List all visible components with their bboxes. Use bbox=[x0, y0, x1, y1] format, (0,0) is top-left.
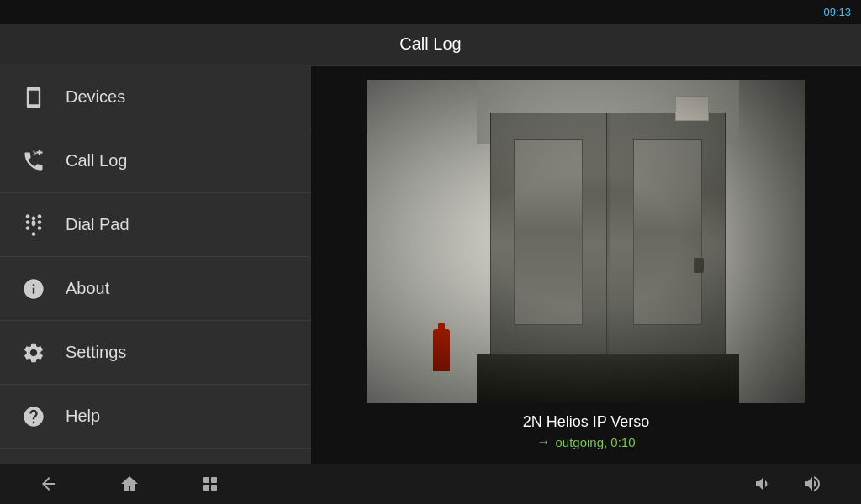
status-bar: 09:13 bbox=[0, 0, 861, 24]
smartphone-icon bbox=[17, 81, 50, 114]
camera-feed[interactable] bbox=[367, 80, 805, 403]
header-title: Call Log bbox=[399, 34, 461, 54]
svg-rect-3 bbox=[211, 477, 217, 483]
help-icon bbox=[17, 400, 50, 433]
sidebar-label-settings: Settings bbox=[66, 343, 126, 362]
sidebar: Devices Call Log Dial Pad About bbox=[0, 24, 311, 464]
volume-up-button[interactable] bbox=[797, 469, 827, 499]
bottom-bar bbox=[0, 464, 861, 504]
call-arrow-icon: → bbox=[536, 434, 550, 449]
sidebar-label-about: About bbox=[66, 279, 109, 298]
svg-rect-5 bbox=[211, 485, 217, 491]
system-nav-group bbox=[34, 469, 225, 499]
device-info: 2N Helios IP Verso → outgoing, 0:10 bbox=[523, 413, 650, 449]
sidebar-item-about[interactable]: About bbox=[0, 257, 311, 321]
svg-rect-4 bbox=[203, 485, 209, 491]
info-icon bbox=[17, 272, 50, 306]
main-content: 2N Helios IP Verso → outgoing, 0:10 bbox=[311, 66, 861, 464]
svg-rect-2 bbox=[203, 477, 209, 483]
sidebar-label-calllog: Call Log bbox=[66, 151, 127, 171]
settings-icon bbox=[17, 336, 50, 370]
sidebar-item-help[interactable]: Help bbox=[0, 385, 311, 449]
device-name: 2N Helios IP Verso bbox=[523, 413, 650, 431]
home-button[interactable] bbox=[114, 469, 145, 499]
sidebar-item-devices[interactable]: Devices bbox=[0, 66, 311, 129]
status-time: 09:13 bbox=[823, 6, 851, 18]
call-status: → outgoing, 0:10 bbox=[523, 434, 650, 449]
sidebar-label-dialpad: Dial Pad bbox=[66, 215, 129, 234]
sidebar-item-calllog[interactable]: Call Log bbox=[0, 129, 311, 193]
call-detail: outgoing, 0:10 bbox=[555, 435, 635, 449]
volume-down-button[interactable] bbox=[747, 469, 777, 499]
sidebar-label-devices: Devices bbox=[66, 87, 125, 107]
header: Call Log bbox=[0, 24, 861, 66]
volume-group bbox=[747, 469, 827, 499]
sidebar-item-settings[interactable]: Settings bbox=[0, 321, 311, 385]
sidebar-label-help: Help bbox=[66, 407, 100, 426]
elevator-scene bbox=[367, 80, 805, 403]
sidebar-item-dialpad[interactable]: Dial Pad bbox=[0, 193, 311, 257]
dialpad-icon bbox=[17, 208, 50, 242]
back-button[interactable] bbox=[34, 469, 64, 499]
call-log-icon bbox=[17, 144, 50, 178]
recent-button[interactable] bbox=[195, 469, 225, 499]
